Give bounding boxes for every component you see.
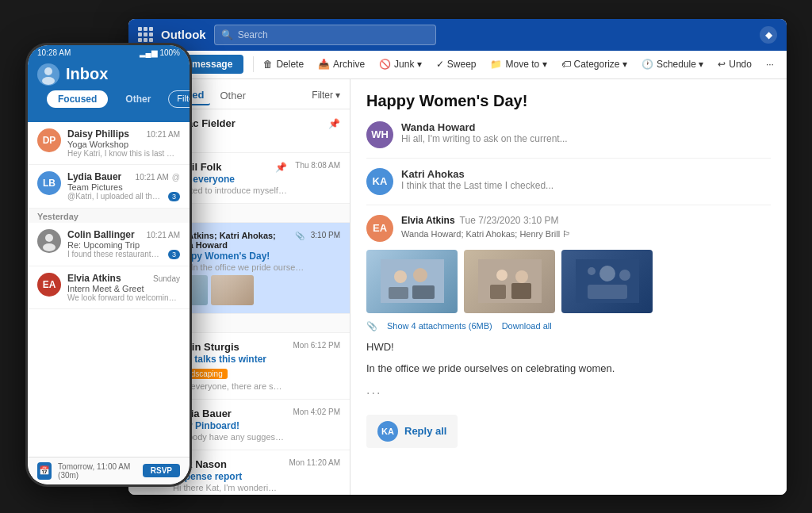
undo-button[interactable]: ↩Undo — [711, 56, 758, 73]
svg-point-18 — [619, 270, 630, 281]
phone-status-bar: 10:28 AM ▂▄▆ 100% — [28, 45, 190, 59]
sweep-icon: ✓ — [436, 59, 444, 70]
phone-tab-row: Focused Other Filter — [37, 90, 180, 114]
email-time: 10:21 AM — [147, 231, 180, 239]
svg-rect-13 — [511, 283, 531, 299]
download-all-link[interactable]: Download all — [502, 321, 552, 331]
sender-name: Colin Ballinger — [67, 229, 135, 240]
phone-list-item[interactable]: EA Elvia Atkins Sunday Intern Meet & Gre… — [28, 266, 190, 309]
svg-rect-12 — [490, 285, 506, 299]
svg-point-2 — [45, 234, 53, 242]
email-preview: We look forward to welcoming our fall in… — [67, 293, 180, 302]
email-date: Tue 7/23/2020 3:10 PM — [460, 215, 559, 226]
sender-name: Daisy Phillips — [67, 128, 129, 140]
email-preview: @Katri, I uploaded all the pictures fro.… — [67, 192, 162, 201]
filter-chevron-icon: ▾ — [335, 90, 340, 101]
app-grid-icon[interactable] — [138, 27, 153, 42]
search-icon: 🔍 — [221, 29, 233, 40]
thread-participant-1[interactable]: WH Wanda Howard Hi all, I'm writing to a… — [366, 121, 771, 159]
sender-name: Elvia Atkins — [67, 273, 121, 284]
participant-name: Wanda Howard — [401, 121, 568, 133]
image-thumb-2 — [211, 275, 254, 305]
toolbar-separator — [253, 56, 254, 72]
email-body-line1: HWD! — [366, 339, 771, 355]
phone-device: 10:28 AM ▂▄▆ 100% Inbox Focused Other Fi… — [25, 43, 192, 487]
phone-item-content: Lydia Bauer 10:21 AM @ Team Pictures @Ka… — [67, 171, 180, 201]
item-body: Isaac Fielder 📌 — [173, 117, 340, 130]
phone-list-item[interactable]: LB Lydia Bauer 10:21 AM @ Team Pictures … — [28, 165, 190, 209]
svg-point-5 — [394, 270, 407, 283]
email-recipients: Wanda Howard; Katri Ahokas; Henry Brill … — [401, 229, 571, 239]
phone-time: 10:28 AM — [37, 48, 71, 57]
at-icon: @ — [172, 173, 180, 182]
email-subject: Intern Meet & Greet — [67, 284, 180, 293]
svg-point-11 — [515, 270, 528, 283]
section-label-yesterday: Yesterday — [28, 209, 190, 223]
phone-screen: 10:28 AM ▂▄▆ 100% Inbox Focused Other Fi… — [28, 45, 190, 484]
sweep-button[interactable]: ✓Sweep — [430, 56, 483, 73]
phone-header: Inbox Focused Other Filter — [28, 59, 190, 122]
thread-participant-2[interactable]: KA Katri Ahokas I think that the Last ti… — [366, 168, 771, 205]
main-email-detail: EA Elvia Atkins Tue 7/23/2020 3:10 PM Wa… — [366, 215, 771, 397]
reading-image-2 — [464, 250, 555, 313]
tab-other[interactable]: Other — [213, 86, 252, 105]
svg-point-1 — [42, 77, 55, 85]
attachments-row: 📎 Show 4 attachments (6MB) Download all — [366, 321, 771, 331]
email-time: Mon 11:20 AM — [289, 458, 340, 467]
svg-rect-16 — [588, 285, 627, 299]
email-time: Mon 6:12 PM — [293, 341, 340, 350]
email-ellipsis: ... — [366, 383, 771, 397]
phone-list-item[interactable]: Colin Ballinger 10:21 AM Re: Upcoming Tr… — [28, 223, 190, 266]
desktop-titlebar: Outlook 🔍 Search ◆ — [128, 19, 787, 51]
svg-rect-9 — [478, 259, 542, 303]
desktop-body: Focused Other Filter ▾ IF Isaac Fielder — [128, 79, 787, 495]
email-time: Sunday — [153, 274, 180, 283]
phone-user-avatar — [37, 63, 59, 86]
phone-list-item[interactable]: DP Daisy Phillips 10:21 AM Yoga Workshop… — [28, 122, 190, 165]
show-attachments-link[interactable]: Show 4 attachments (6MB) — [387, 321, 492, 331]
archive-button[interactable]: 📥Archive — [312, 56, 371, 73]
move-to-button[interactable]: 📁Move to ▾ — [484, 56, 553, 73]
filter-button[interactable]: Filter ▾ — [312, 90, 340, 101]
phone-tab-other[interactable]: Other — [114, 90, 162, 108]
participant-info: Katri Ahokas I think that the Last time … — [401, 168, 553, 191]
premium-icon[interactable]: ◆ — [760, 26, 777, 44]
search-bar[interactable]: 🔍 Search — [214, 25, 436, 45]
phone-bottom-bar: 📅 Tomorrow, 11:00 AM (30m) RSVP — [28, 457, 190, 484]
sender-name: Lydia Bauer — [67, 171, 121, 182]
scene: 10:28 AM ▂▄▆ 100% Inbox Focused Other Fi… — [25, 19, 787, 495]
archive-icon: 📥 — [318, 59, 330, 70]
email-sender: Elvia Atkins — [401, 215, 455, 226]
schedule-button[interactable]: 🕐Schedule ▾ — [635, 56, 710, 73]
categorize-icon: 🏷 — [561, 59, 571, 70]
phone-item-content: Elvia Atkins Sunday Intern Meet & Greet … — [67, 273, 180, 302]
reply-all-label: Reply all — [404, 425, 446, 437]
filter-label: Filter — [312, 90, 333, 101]
rsvp-button[interactable]: RSVP — [143, 464, 180, 477]
reading-images — [366, 250, 771, 313]
unread-badge: 3 — [168, 192, 180, 201]
search-placeholder: Search — [238, 29, 268, 40]
delete-button[interactable]: 🗑Delete — [257, 56, 310, 73]
junk-button[interactable]: 🚫Junk ▾ — [373, 56, 428, 73]
email-body-line2: In the office we pride ourselves on cele… — [366, 361, 771, 377]
junk-icon: 🚫 — [379, 59, 391, 70]
reading-pane: Happy Women's Day! WH Wanda Howard Hi al… — [350, 79, 787, 495]
more-button[interactable]: ··· — [760, 56, 780, 73]
categorize-button[interactable]: 🏷Categorize ▾ — [555, 56, 634, 73]
svg-point-17 — [588, 267, 596, 275]
avatar: LB — [37, 171, 61, 195]
avatar: DP — [37, 128, 61, 152]
phone-tab-focused[interactable]: Focused — [47, 90, 108, 108]
phone-indicators: ▂▄▆ 100% — [140, 48, 180, 57]
phone-event-text: Tomorrow, 11:00 AM (30m) — [58, 462, 136, 480]
show-attachments-icon: 📎 — [366, 321, 377, 331]
reply-all-button[interactable]: KA Reply all — [366, 415, 458, 448]
avatar: KA — [366, 168, 393, 195]
avatar: WH — [366, 121, 393, 148]
email-time: 3:10 PM — [311, 231, 340, 239]
reading-subject: Happy Women's Day! — [366, 92, 771, 110]
avatar: EA — [366, 215, 393, 242]
phone-filter-button[interactable]: Filter — [168, 90, 190, 108]
email-subject: Re: Upcoming Trip — [67, 240, 180, 250]
